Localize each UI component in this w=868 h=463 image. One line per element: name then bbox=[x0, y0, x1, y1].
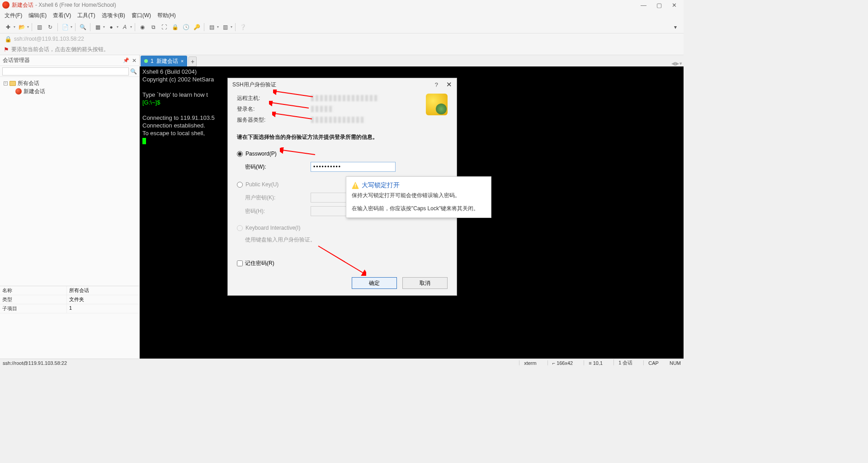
prop-key: 类型 bbox=[0, 295, 67, 304]
status-num: NUM bbox=[670, 360, 681, 366]
sidebar-search-input[interactable] bbox=[2, 67, 129, 76]
cancel-button[interactable]: 取消 bbox=[402, 277, 448, 289]
annotation-arrow bbox=[273, 90, 314, 99]
svg-line-1 bbox=[276, 91, 313, 97]
app-icon bbox=[2, 1, 9, 9]
script-icon[interactable]: ⧉ bbox=[149, 23, 158, 32]
pin-icon[interactable]: 📌 bbox=[123, 57, 129, 63]
dialog-help-icon[interactable]: ? bbox=[435, 81, 438, 88]
tree-root[interactable]: − 所有会话 bbox=[4, 79, 136, 87]
reconnect-icon[interactable]: ↻ bbox=[46, 23, 55, 32]
help-icon[interactable]: ❔ bbox=[238, 23, 247, 32]
record-icon[interactable]: ◉ bbox=[138, 23, 147, 32]
svg-line-5 bbox=[318, 246, 363, 273]
dialog-title: SSH用户身份验证 bbox=[232, 81, 276, 89]
terminal-icon[interactable]: ▥ bbox=[35, 23, 44, 32]
session-tree: − 所有会话 新建会话 bbox=[0, 77, 139, 286]
option-password[interactable]: Password(P) bbox=[237, 147, 448, 160]
menu-file[interactable]: 文件(F) bbox=[5, 12, 22, 19]
tab-next-icon[interactable]: ▶ bbox=[675, 61, 679, 66]
globe-icon[interactable]: ● bbox=[107, 23, 116, 32]
passphrase-label: 密码(H): bbox=[245, 208, 311, 215]
annotation-arrow bbox=[269, 101, 310, 110]
properties-table: 名称所有会话 类型文件夹 子项目1 bbox=[0, 286, 139, 359]
status-cursor: ≡ 10,1 bbox=[584, 360, 607, 366]
annotation-arrow bbox=[280, 147, 316, 156]
auth-icon bbox=[426, 94, 448, 115]
toolbar: ✚▾ 📂▾ ▥ ↻ 📄▾ 🔍 ▦▾ ●▾ A▾ ◉ ⧉ ⛶ 🔒 🕓 🔑 ▤▾ ▥… bbox=[0, 21, 684, 33]
folder-icon bbox=[9, 81, 16, 86]
sidebar-search-icon[interactable]: 🔍 bbox=[130, 68, 137, 75]
search-icon[interactable]: 🔍 bbox=[78, 23, 87, 32]
toolbar-overflow-icon[interactable]: ▾ bbox=[671, 23, 680, 32]
radio-password[interactable] bbox=[237, 151, 243, 157]
radio-publickey[interactable] bbox=[237, 182, 243, 188]
session-tab[interactable]: 1 新建会话 × bbox=[141, 56, 187, 66]
menu-tabs[interactable]: 选项卡(B) bbox=[102, 12, 125, 19]
status-term: xterm bbox=[519, 360, 541, 366]
tree-session-item[interactable]: 新建会话 bbox=[4, 87, 136, 95]
menu-bar: 文件(F) 编辑(E) 查看(V) 工具(T) 选项卡(B) 窗口(W) 帮助(… bbox=[0, 10, 684, 21]
tab-close-icon[interactable]: × bbox=[181, 58, 184, 64]
menu-edit[interactable]: 编辑(E) bbox=[28, 12, 47, 19]
ok-button[interactable]: 确定 bbox=[352, 277, 397, 289]
dialog-close-icon[interactable]: ✕ bbox=[446, 80, 452, 89]
sidebar-close-icon[interactable]: ✕ bbox=[132, 57, 137, 64]
session-title: 新建会话 bbox=[12, 1, 33, 9]
address-bar: 🔒 ssh://root@119.91.103.58:22 bbox=[0, 33, 684, 44]
tooltip-title: 大写锁定打开 bbox=[362, 181, 400, 189]
login-value bbox=[311, 106, 334, 112]
tree-toggle-icon[interactable]: − bbox=[4, 81, 8, 85]
userkey-label: 用户密钥(K): bbox=[245, 194, 311, 202]
tree-child-label: 新建会话 bbox=[24, 88, 45, 95]
svg-line-2 bbox=[272, 103, 309, 108]
maximize-button[interactable]: ▢ bbox=[656, 2, 662, 9]
prop-val: 1 bbox=[67, 304, 139, 313]
lock-icon[interactable]: 🔒 bbox=[170, 23, 179, 32]
status-caps: CAP bbox=[643, 360, 663, 366]
app-title: - Xshell 6 (Free for Home/School) bbox=[35, 2, 116, 8]
tooltip-line2: 在输入密码前，你应该按"Caps Lock"键来将其关闭。 bbox=[352, 204, 486, 213]
menu-help[interactable]: 帮助(H) bbox=[157, 12, 176, 19]
server-type-value bbox=[311, 117, 365, 123]
minimize-button[interactable]: — bbox=[641, 2, 646, 9]
password-input[interactable] bbox=[311, 162, 396, 172]
tab-prev-icon[interactable]: ◀ bbox=[671, 61, 675, 66]
copy-icon[interactable]: 📄 bbox=[61, 23, 70, 32]
menu-view[interactable]: 查看(V) bbox=[53, 12, 71, 19]
expand-icon[interactable]: ⛶ bbox=[160, 23, 169, 32]
new-session-icon[interactable]: ✚ bbox=[4, 23, 13, 32]
menu-window[interactable]: 窗口(W) bbox=[132, 12, 151, 19]
password-field-label: 密码(W): bbox=[245, 163, 311, 171]
config-icon[interactable]: ▦ bbox=[93, 23, 102, 32]
tooltip-line1: 保持大写锁定打开可能会使你错误输入密码。 bbox=[352, 191, 486, 200]
close-window-button[interactable]: ✕ bbox=[672, 2, 677, 9]
history-icon[interactable]: 🕓 bbox=[181, 23, 190, 32]
address-url[interactable]: ssh://root@119.91.103.58:22 bbox=[14, 36, 84, 42]
flag-icon: ⚑ bbox=[4, 46, 9, 53]
open-icon[interactable]: 📂 bbox=[17, 23, 26, 32]
capslock-tooltip: !大写锁定打开 保持大写锁定打开可能会使你错误输入密码。 在输入密码前，你应该按… bbox=[346, 176, 491, 218]
split-icon[interactable]: ▥ bbox=[221, 23, 230, 32]
option-keyboard: Keyboard Interactive(I) bbox=[237, 222, 448, 234]
status-left: ssh://root@119.91.103.58:22 bbox=[3, 360, 519, 366]
keyboard-desc: 使用键盘输入用户身份验证。 bbox=[237, 234, 448, 245]
new-tab-button[interactable]: + bbox=[189, 57, 197, 66]
tab-list-icon[interactable]: ▾ bbox=[679, 61, 682, 66]
key-icon[interactable]: 🔑 bbox=[192, 23, 201, 32]
session-manager-panel: 会话管理器 📌 ✕ 🔍 − 所有会话 新建会话 名称所有会话 类型文件夹 子项目… bbox=[0, 55, 140, 359]
svg-line-4 bbox=[283, 150, 315, 155]
radio-keyboard bbox=[237, 225, 243, 231]
remember-checkbox[interactable] bbox=[237, 260, 243, 266]
tab-index: 1 bbox=[151, 58, 154, 64]
status-bar: ssh://root@119.91.103.58:22 xterm ⌐ 166x… bbox=[0, 359, 684, 365]
menu-tools[interactable]: 工具(T) bbox=[77, 12, 95, 19]
font-icon[interactable]: A bbox=[120, 23, 129, 32]
annotation-arrow bbox=[316, 244, 366, 276]
lock-indicator-icon: 🔒 bbox=[5, 36, 12, 43]
connected-icon bbox=[144, 59, 148, 63]
info-text: 要添加当前会话，点击左侧的箭头按钮。 bbox=[11, 46, 109, 53]
sidebar-title: 会话管理器 bbox=[3, 57, 30, 64]
remember-label: 记住密码(R) bbox=[245, 260, 274, 267]
layout-icon[interactable]: ▤ bbox=[207, 23, 216, 32]
